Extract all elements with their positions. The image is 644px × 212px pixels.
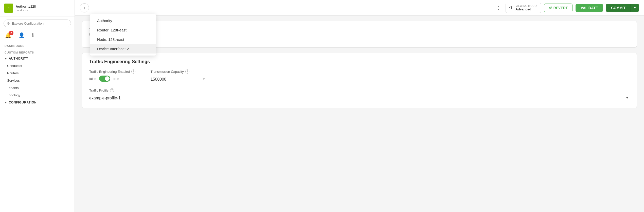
- revert-button[interactable]: ↺ REVERT: [544, 4, 573, 12]
- sidebar-item-topology[interactable]: Topology: [0, 92, 75, 99]
- notifications-button[interactable]: 🔔 2: [5, 32, 11, 38]
- authority-chevron-icon: ▼: [5, 57, 7, 60]
- commit-button[interactable]: COMMIT: [606, 4, 631, 12]
- configuration-nav-label: CONFIGURATION: [9, 101, 37, 104]
- authority-name: Authority128: [16, 5, 36, 9]
- sriov-field-group: SR-IOV VLAN Filtering ? false true: [89, 27, 630, 37]
- configuration-nav-section[interactable]: ▼ CONFIGURATION: [0, 99, 75, 106]
- revert-icon: ↺: [549, 6, 552, 10]
- header-bar: ↑ Authority Router: 128t-east Node: 128t…: [75, 0, 644, 16]
- juniper-logo-icon: J: [4, 4, 13, 13]
- sidebar-item-conductor[interactable]: Conductor: [0, 62, 75, 69]
- transmission-capacity-select-wrap: 1500000: [151, 76, 206, 83]
- dots-icon: ⋮: [496, 5, 501, 11]
- viewing-mode-label: VIEWING MODE:: [515, 5, 537, 7]
- viewing-mode-value: Advanced: [515, 7, 537, 11]
- traffic-enabled-false-label: false: [89, 77, 96, 81]
- info-button[interactable]: ℹ: [32, 32, 34, 38]
- breadcrumb-device-interface[interactable]: Device Interface: 2: [90, 44, 156, 54]
- traffic-profile-field-group: Traffic Profile ? example-profile-1: [89, 88, 630, 102]
- sriov-toggle-row: false true: [89, 31, 630, 37]
- sriov-vlan-label: SR-IOV VLAN Filtering ?: [89, 27, 630, 31]
- sidebar-icon-row: 🔔 2 👤 ℹ: [0, 30, 75, 42]
- transmission-capacity-help-icon[interactable]: ?: [185, 69, 189, 74]
- transmission-capacity-label: Transmission Capacity ?: [151, 69, 206, 74]
- authority-nav-section[interactable]: ▼ AUTHORITY: [0, 55, 75, 62]
- eye-icon: 👁: [509, 6, 513, 10]
- revert-label: REVERT: [553, 6, 568, 10]
- breadcrumb-node[interactable]: Node: 128t-east: [90, 35, 156, 44]
- traffic-enabled-toggle-row: false true: [89, 76, 135, 82]
- up-arrow-icon: ↑: [83, 6, 85, 10]
- authority-subtitle: conductor: [16, 9, 36, 12]
- search-icon: ⊙: [7, 21, 10, 25]
- more-options-button[interactable]: ⋮: [494, 4, 503, 12]
- custom-reports-nav-item[interactable]: CUSTOM REPORTS: [0, 48, 75, 55]
- breadcrumb-router[interactable]: Router: 128t-east: [90, 25, 156, 35]
- traffic-profile-help-icon[interactable]: ?: [110, 88, 114, 92]
- main-content: ↑ Authority Router: 128t-east Node: 128t…: [75, 0, 644, 212]
- traffic-enabled-label: Traffic Engineering Enabled ?: [89, 69, 135, 74]
- breadcrumb-dropdown: Authority Router: 128t-east Node: 128t-e…: [90, 14, 156, 56]
- sidebar-item-routers[interactable]: Routers: [0, 69, 75, 77]
- traffic-profile-select[interactable]: example-profile-1: [89, 94, 206, 102]
- sriov-card: SR-IOV VLAN Filtering ? false true: [82, 21, 637, 48]
- content-area: SR-IOV VLAN Filtering ? false true Traff…: [75, 16, 644, 212]
- navigate-up-button[interactable]: ↑: [80, 3, 89, 12]
- traffic-enabled-field-group: Traffic Engineering Enabled ? false true: [89, 69, 135, 82]
- traffic-engineering-card: Traffic Engineering Settings Traffic Eng…: [82, 53, 637, 108]
- sidebar: J Authority128 conductor ⊙ 🔔 2 👤 ℹ DASHB…: [0, 0, 75, 212]
- explore-search-bar[interactable]: ⊙: [4, 20, 71, 27]
- traffic-enabled-true-label: true: [113, 77, 119, 81]
- user-profile-button[interactable]: 👤: [19, 32, 25, 38]
- authority-nav-label: AUTHORITY: [9, 57, 28, 60]
- transmission-capacity-field-group: Transmission Capacity ? 1500000: [151, 69, 206, 83]
- configuration-chevron-icon: ▼: [5, 101, 7, 104]
- explore-search-input[interactable]: [12, 22, 68, 25]
- traffic-profile-label: Traffic Profile ?: [89, 88, 630, 92]
- validate-button[interactable]: VALIDATE: [576, 4, 603, 12]
- traffic-engineering-fields-row: Traffic Engineering Enabled ? false true: [89, 69, 630, 83]
- dashboard-nav-item[interactable]: DASHBOARD: [0, 42, 75, 48]
- commit-dropdown-button[interactable]: ▼: [631, 4, 639, 12]
- breadcrumb-authority[interactable]: Authority: [90, 16, 156, 25]
- traffic-enabled-help-icon[interactable]: ?: [131, 69, 135, 74]
- sidebar-item-services[interactable]: Services: [0, 77, 75, 84]
- traffic-enabled-toggle[interactable]: [99, 76, 110, 82]
- sidebar-logo: J Authority128 conductor: [0, 0, 75, 16]
- notification-badge: 2: [9, 31, 13, 35]
- transmission-capacity-select[interactable]: 1500000: [151, 76, 206, 83]
- commit-chevron-icon: ▼: [633, 6, 636, 10]
- traffic-profile-select-wrap: example-profile-1: [89, 94, 630, 102]
- traffic-engineering-title: Traffic Engineering Settings: [89, 59, 630, 64]
- sidebar-item-tenants[interactable]: Tenants: [0, 84, 75, 92]
- viewing-mode-button[interactable]: 👁 VIEWING MODE: Advanced: [506, 3, 541, 13]
- commit-group: COMMIT ▼: [606, 4, 639, 12]
